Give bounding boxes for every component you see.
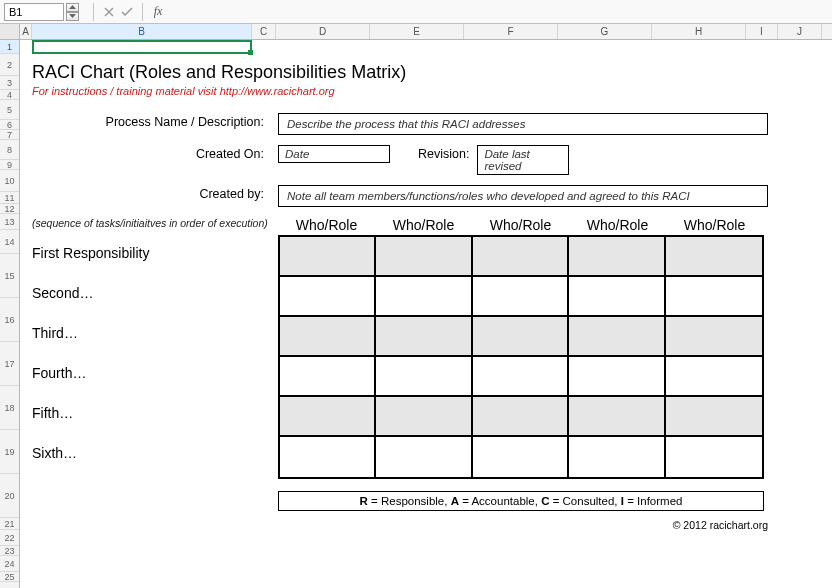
row-header[interactable]: 9 [0, 160, 19, 170]
raci-cell[interactable] [666, 237, 762, 277]
row-header[interactable]: 1 [0, 40, 19, 54]
row-header[interactable]: 8 [0, 140, 19, 160]
raci-cell[interactable] [666, 317, 762, 357]
row-header[interactable]: 22 [0, 530, 19, 546]
col-header[interactable]: C [252, 24, 276, 39]
col-header[interactable]: F [464, 24, 558, 39]
row-header[interactable]: 5 [0, 100, 19, 120]
row-header[interactable]: 11 [0, 192, 19, 204]
row-header[interactable]: 15 [0, 254, 19, 298]
raci-cell[interactable] [376, 437, 472, 477]
row-header[interactable]: 7 [0, 130, 19, 140]
col-header[interactable]: J [778, 24, 822, 39]
raci-cell[interactable] [473, 357, 569, 397]
select-all-corner[interactable] [0, 24, 20, 39]
raci-cell[interactable] [666, 397, 762, 437]
task-label: Sixth… [32, 435, 272, 461]
raci-cell[interactable] [666, 277, 762, 317]
row-header[interactable]: 14 [0, 230, 19, 254]
worksheet-area[interactable]: RACI Chart (Roles and Responsibilities M… [20, 40, 832, 588]
raci-cell[interactable] [376, 397, 472, 437]
process-input[interactable]: Describe the process that this RACI addr… [278, 113, 768, 135]
task-label: Second… [32, 275, 272, 301]
row-header[interactable]: 18 [0, 386, 19, 430]
col-header[interactable]: E [370, 24, 464, 39]
row-header[interactable]: 19 [0, 430, 19, 474]
row-header[interactable]: 23 [0, 546, 19, 556]
accept-icon[interactable] [118, 3, 136, 21]
raci-cell[interactable] [280, 277, 376, 317]
raci-cell[interactable] [569, 317, 665, 357]
row-header[interactable]: 24 [0, 556, 19, 572]
formula-input[interactable] [173, 3, 832, 21]
raci-row [280, 237, 762, 277]
raci-cell[interactable] [666, 437, 762, 477]
row-header[interactable]: 21 [0, 518, 19, 530]
raci-cell[interactable] [280, 437, 376, 477]
raci-cell[interactable] [569, 237, 665, 277]
raci-cell[interactable] [569, 397, 665, 437]
raci-cell[interactable] [473, 437, 569, 477]
raci-cell[interactable] [473, 317, 569, 357]
role-header: Who/Role [278, 217, 375, 233]
row-header[interactable]: 6 [0, 120, 19, 130]
raci-cell[interactable] [280, 237, 376, 277]
raci-cell[interactable] [280, 357, 376, 397]
svg-marker-0 [69, 5, 76, 9]
created-on-label: Created On: [32, 145, 278, 161]
raci-cell[interactable] [376, 357, 472, 397]
role-header: Who/Role [666, 217, 763, 233]
raci-row [280, 357, 762, 397]
col-header[interactable]: B [32, 24, 252, 39]
row-header[interactable]: 4 [0, 90, 19, 100]
raci-cell[interactable] [473, 237, 569, 277]
page-title: RACI Chart (Roles and Responsibilities M… [32, 62, 792, 83]
sequence-note: (sequence of tasks/initiaitves in order … [32, 217, 278, 229]
role-header: Who/Role [472, 217, 569, 233]
instructions-link[interactable]: For instructions / training material vis… [32, 85, 792, 97]
svg-marker-1 [69, 14, 76, 18]
task-label: Fourth… [32, 355, 272, 381]
col-header[interactable]: G [558, 24, 652, 39]
raci-cell[interactable] [569, 437, 665, 477]
copyright: © 2012 racichart.org [32, 519, 768, 531]
name-box-stepper[interactable] [66, 3, 79, 21]
row-header[interactable]: 16 [0, 298, 19, 342]
raci-cell[interactable] [473, 397, 569, 437]
revision-input[interactable]: Date last revised [477, 145, 569, 175]
col-header[interactable]: H [652, 24, 746, 39]
legend-r: R [360, 495, 368, 507]
raci-cell[interactable] [376, 237, 472, 277]
raci-cell[interactable] [569, 277, 665, 317]
name-box[interactable]: B1 [4, 3, 64, 21]
col-header[interactable]: A [20, 24, 32, 39]
col-header[interactable]: D [276, 24, 370, 39]
raci-cell[interactable] [280, 317, 376, 357]
legend-a: A [451, 495, 459, 507]
raci-cell[interactable] [473, 277, 569, 317]
raci-cell[interactable] [569, 357, 665, 397]
created-by-input[interactable]: Note all team members/functions/roles wh… [278, 185, 768, 207]
task-label: First Responsibility [32, 235, 272, 261]
raci-cell[interactable] [666, 357, 762, 397]
role-header: Who/Role [375, 217, 472, 233]
stepper-up-icon[interactable] [66, 3, 79, 12]
row-header[interactable]: 17 [0, 342, 19, 386]
created-on-input[interactable]: Date [278, 145, 390, 163]
raci-row [280, 317, 762, 357]
row-header[interactable]: 2 [0, 54, 19, 76]
row-header[interactable]: 20 [0, 474, 19, 518]
cancel-icon[interactable] [100, 3, 118, 21]
col-header[interactable]: I [746, 24, 778, 39]
raci-cell[interactable] [376, 277, 472, 317]
process-label: Process Name / Description: [32, 113, 278, 129]
row-header[interactable]: 13 [0, 214, 19, 230]
row-header[interactable]: 10 [0, 170, 19, 192]
row-header[interactable]: 3 [0, 76, 19, 90]
raci-cell[interactable] [280, 397, 376, 437]
stepper-down-icon[interactable] [66, 12, 79, 21]
row-header[interactable]: 25 [0, 572, 19, 582]
fx-icon[interactable]: fx [149, 3, 167, 21]
row-header[interactable]: 12 [0, 204, 19, 214]
raci-cell[interactable] [376, 317, 472, 357]
